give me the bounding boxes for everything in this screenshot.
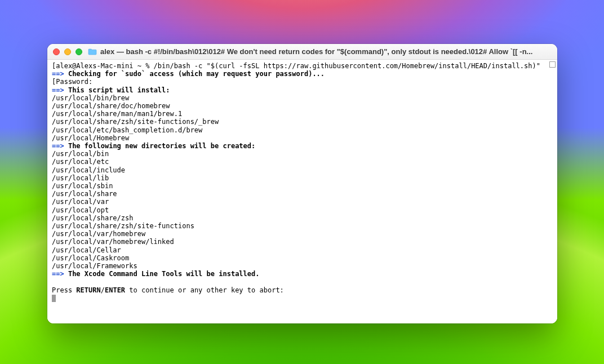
install-path: /usr/local/etc/bash_completion.d/brew xyxy=(52,126,202,134)
new-dir-path: /usr/local/etc xyxy=(52,158,109,166)
terminal-output[interactable]: [alex@Alexs-Mac-mini ~ % /bin/bash -c "$… xyxy=(47,60,557,323)
install-path: /usr/local/Homebrew xyxy=(52,134,129,142)
install-path: /usr/local/bin/brew xyxy=(52,94,129,102)
new-dir-path: /usr/local/var/homebrew xyxy=(52,230,145,238)
status-checking-sudo: Checking for `sudo` access (which may re… xyxy=(68,70,325,78)
new-dir-path: /usr/local/lib xyxy=(52,174,109,182)
new-dir-path: /usr/local/bin xyxy=(52,150,109,158)
scroll-indicator-icon xyxy=(549,61,556,68)
install-path: /usr/local/share/man/man1/brew.1 xyxy=(52,110,182,118)
arrow-icon: ==> xyxy=(52,86,64,94)
minimize-button[interactable] xyxy=(64,48,71,55)
new-dir-path: /usr/local/var xyxy=(52,198,109,206)
arrow-icon: ==> xyxy=(52,70,64,78)
new-dir-path: /usr/local/sbin xyxy=(52,182,113,190)
install-path: /usr/local/share/zsh/site-functions/_bre… xyxy=(52,118,219,126)
new-dir-path: /usr/local/var/homebrew/linked xyxy=(52,238,174,246)
press-return-line: Press RETURN/ENTER to continue or any ot… xyxy=(52,286,284,294)
new-dir-path: /usr/local/share/zsh/site-functions xyxy=(52,222,194,230)
terminal-cursor xyxy=(52,295,56,302)
install-path: /usr/local/share/doc/homebrew xyxy=(52,102,170,110)
new-dir-path: /usr/local/opt xyxy=(52,206,109,214)
password-prompt: [Password: xyxy=(52,78,92,86)
traffic-lights xyxy=(53,48,82,55)
prompt-line: [alex@Alexs-Mac-mini ~ % /bin/bash -c "$… xyxy=(52,62,540,70)
heading-xcode: The Xcode Command Line Tools will be ins… xyxy=(68,270,260,278)
new-dir-path: /usr/local/share xyxy=(52,190,117,198)
title-area: alex — bash -c #!/bin/bash\012\012# We d… xyxy=(88,47,535,56)
folder-icon xyxy=(88,48,97,55)
window-title: alex — bash -c #!/bin/bash\012\012# We d… xyxy=(100,47,532,56)
new-dir-path: /usr/local/Cellar xyxy=(52,246,121,254)
arrow-icon: ==> xyxy=(52,142,64,150)
window-titlebar[interactable]: alex — bash -c #!/bin/bash\012\012# We d… xyxy=(47,44,557,60)
terminal-window: alex — bash -c #!/bin/bash\012\012# We d… xyxy=(47,44,557,323)
heading-install-list: This script will install: xyxy=(68,86,170,94)
new-dir-path: /usr/local/share/zsh xyxy=(52,214,134,222)
new-dir-path: /usr/local/Caskroom xyxy=(52,254,129,262)
heading-new-dirs: The following new directories will be cr… xyxy=(68,142,255,150)
new-dir-path: /usr/local/Frameworks xyxy=(52,262,137,270)
maximize-button[interactable] xyxy=(76,48,82,55)
arrow-icon: ==> xyxy=(52,270,64,278)
close-button[interactable] xyxy=(53,48,60,55)
new-dir-path: /usr/local/include xyxy=(52,166,125,174)
